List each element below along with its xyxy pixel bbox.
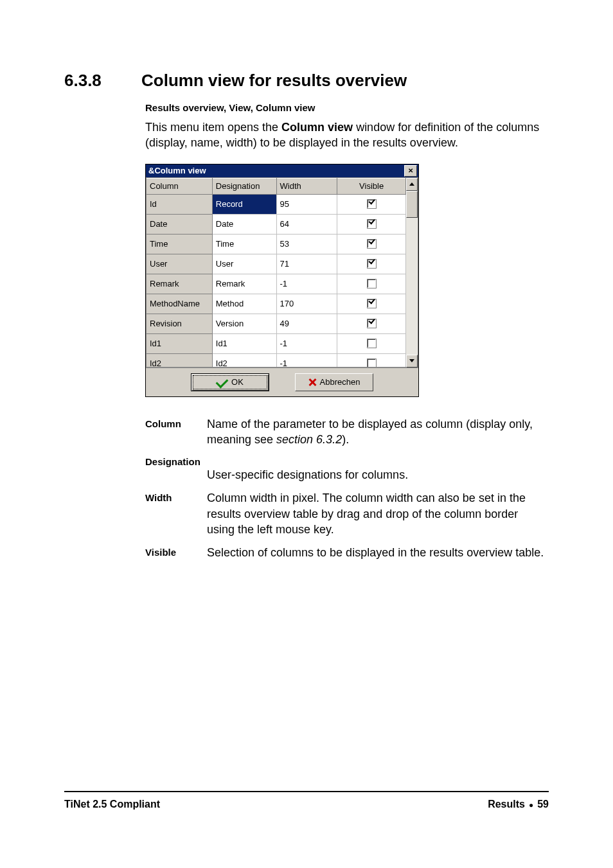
visible-checkbox[interactable] [367,239,377,249]
width-cell[interactable]: -1 [276,274,337,294]
page-footer: TiNet 2.5 Compliant Results●59 [64,791,549,810]
width-cell[interactable]: 71 [276,254,337,274]
cancel-button-label: Abbrechen [320,378,360,386]
header-width[interactable]: Width [276,178,337,194]
footer-right: Results●59 [488,799,549,810]
footer-left: TiNet 2.5 Compliant [64,799,160,810]
table-row[interactable]: TimeTime53 [147,234,406,254]
table-row[interactable]: RevisionVersion49 [147,314,406,333]
columns-grid[interactable]: Column Designation Width Visible IdRecor… [146,177,406,368]
visible-cell[interactable] [337,234,406,254]
cross-icon [308,378,316,386]
row-header-cell[interactable]: Id [147,194,212,214]
designation-cell[interactable]: Date [212,214,276,234]
designation-cell[interactable]: Method [212,294,276,314]
table-row[interactable]: MethodNameMethod170 [147,294,406,314]
visible-cell[interactable] [337,254,406,274]
visible-cell[interactable] [337,274,406,294]
table-row[interactable]: RemarkRemark-1 [147,274,406,294]
width-cell[interactable]: 170 [276,294,337,314]
visible-checkbox[interactable] [367,219,377,229]
dialog-title: &Column view [148,166,206,175]
visible-cell[interactable] [337,314,406,333]
definition-visible: Visible Selection of columns to be displ… [145,545,549,560]
table-row[interactable]: Id2Id2-1 [147,353,406,368]
width-cell[interactable]: -1 [276,353,337,368]
row-header-cell[interactable]: Id2 [147,353,212,368]
table-header-row: Column Designation Width Visible [147,178,406,194]
row-header-cell[interactable]: Remark [147,274,212,294]
checkmark-icon [216,376,229,389]
visible-checkbox[interactable] [367,359,377,367]
ok-button[interactable]: OK [191,373,269,391]
width-cell[interactable]: 95 [276,194,337,214]
intro-paragraph: This menu item opens the Column view win… [145,120,549,151]
close-button[interactable]: ✕ [404,165,417,177]
scroll-thumb[interactable] [406,191,418,218]
width-cell[interactable]: -1 [276,333,337,353]
visible-checkbox[interactable] [367,339,377,348]
row-header-cell[interactable]: MethodName [147,294,212,314]
close-icon: ✕ [408,168,413,174]
dialog-button-row: OK Abbrechen [146,368,418,396]
visible-cell[interactable] [337,294,406,314]
row-header-cell[interactable]: Id1 [147,333,212,353]
header-column[interactable]: Column [147,178,212,194]
designation-cell[interactable]: Remark [212,274,276,294]
scroll-down-button[interactable] [406,355,418,368]
column-view-dialog: &Column view ✕ Column Designation Width … [145,164,419,397]
visible-cell[interactable] [337,214,406,234]
section-title: Column view for results overview [141,71,407,90]
designation-cell[interactable]: Id2 [212,353,276,368]
designation-cell[interactable]: Id1 [212,333,276,353]
section-heading: 6.3.8Column view for results overview [64,71,549,91]
table-row[interactable]: Id1Id1-1 [147,333,406,353]
scroll-up-button[interactable] [406,178,418,191]
designation-cell[interactable]: Record [212,194,276,214]
definition-column: Column Name of the parameter to be displ… [145,416,549,448]
visible-checkbox[interactable] [367,259,377,269]
arrow-down-icon [409,359,414,362]
cancel-button[interactable]: Abbrechen [295,373,373,391]
breadcrumb: Results overview, View, Column view [145,102,549,113]
row-header-cell[interactable]: Revision [147,314,212,333]
visible-checkbox[interactable] [367,279,377,288]
row-header-cell[interactable]: Time [147,234,212,254]
designation-cell[interactable]: Time [212,234,276,254]
scroll-track[interactable] [406,218,418,355]
definition-width: Width Column width in pixel. The column … [145,490,549,537]
definition-designation: Designation User-specific designations f… [145,455,549,483]
table-row[interactable]: IdRecord95 [147,194,406,214]
visible-checkbox[interactable] [367,199,377,209]
section-number: 6.3.8 [64,71,141,91]
header-designation[interactable]: Designation [212,178,276,194]
visible-cell[interactable] [337,333,406,353]
dialog-titlebar: &Column view ✕ [146,164,418,177]
row-header-cell[interactable]: User [147,254,212,274]
width-cell[interactable]: 53 [276,234,337,254]
width-cell[interactable]: 64 [276,214,337,234]
table-row[interactable]: DateDate64 [147,214,406,234]
visible-cell[interactable] [337,353,406,368]
table-row[interactable]: UserUser71 [147,254,406,274]
ok-button-label: OK [231,378,244,386]
designation-cell[interactable]: Version [212,314,276,333]
visible-checkbox[interactable] [367,319,377,328]
vertical-scrollbar[interactable] [406,177,418,368]
header-visible[interactable]: Visible [337,178,406,194]
visible-cell[interactable] [337,194,406,214]
row-header-cell[interactable]: Date [147,214,212,234]
designation-cell[interactable]: User [212,254,276,274]
width-cell[interactable]: 49 [276,314,337,333]
visible-checkbox[interactable] [367,299,377,308]
arrow-up-icon [409,182,414,186]
